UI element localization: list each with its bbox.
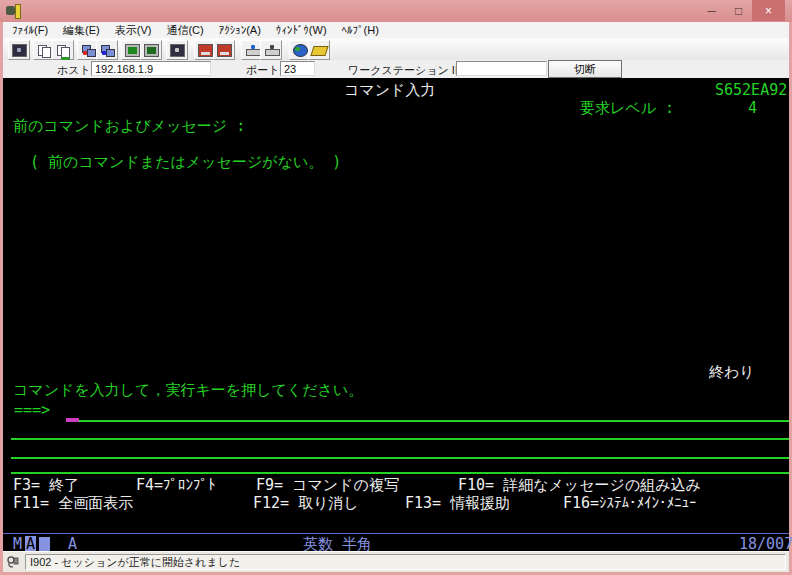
fkey-f11: F11= 全画面表示 — [13, 495, 133, 512]
menu-communication[interactable]: 通信(C) — [166, 23, 203, 38]
edit-settings-button[interactable] — [308, 40, 330, 60]
keyboard-setup-icon — [265, 45, 278, 56]
host-input[interactable] — [91, 61, 211, 76]
fkey-f4: F4=ﾌﾟﾛﾝﾌﾟﾄ — [136, 477, 216, 494]
oia-separator — [3, 533, 789, 534]
toolbar — [3, 38, 789, 61]
port-input[interactable] — [280, 61, 315, 76]
status-message: I902 - セッションが正常に開始されました — [30, 555, 240, 570]
status-message-field: I902 - セッションが正常に開始されました — [25, 554, 786, 570]
fkey-f3: F3= 終了 — [13, 477, 79, 494]
color-setup-button[interactable] — [140, 40, 162, 60]
play-macro-icon — [170, 44, 185, 57]
fkey-f12: F12= 取り消し — [253, 495, 359, 512]
port-label: ポート: — [246, 63, 283, 78]
menu-file[interactable]: ﾌｧｲﾙ(F) — [12, 24, 48, 36]
fkey-f13: F13= 情報援助 — [405, 495, 510, 512]
command-input-line-3[interactable] — [11, 457, 789, 459]
instruction-text: コマンドを入力して，実行キーを押してください。 — [13, 382, 363, 399]
send-file-icon — [82, 45, 95, 56]
status-bar: I902 - セッションが正常に開始されました — [3, 551, 789, 572]
command-arrow: ===> — [14, 402, 50, 419]
menu-view[interactable]: 表示(V) — [115, 23, 152, 38]
menu-actions[interactable]: ｱｸｼｮﾝ(A) — [219, 24, 261, 36]
close-button[interactable]: × — [752, 0, 785, 21]
fkey-f16: F16=ｼｽﾃﾑ･ﾒｲﾝ･ﾒﾆｭｰ — [563, 495, 697, 512]
eraser-icon — [310, 46, 328, 56]
menu-bar: ﾌｧｲﾙ(F) 編集(E) 表示(V) 通信(C) ｱｸｼｮﾝ(A) ｳｨﾝﾄﾞ… — [3, 22, 789, 38]
minimize-button[interactable]: ─ — [698, 0, 725, 21]
stop-macro-icon — [217, 44, 232, 57]
workstation-id-input[interactable] — [456, 61, 547, 76]
receive-file-button[interactable] — [96, 40, 118, 60]
globe-icon — [293, 44, 308, 57]
terminal-screen[interactable]: コマンド入力 S652EA92 要求レベル : 4 前のコマンドおよびメッセージ… — [3, 78, 789, 552]
menu-edit[interactable]: 編集(E) — [63, 23, 100, 38]
session-window-icon — [6, 4, 21, 17]
paste-button[interactable] — [52, 40, 74, 60]
color-setup-icon — [144, 44, 159, 57]
session-bar: ホスト: ポート: ワークステーション ID: 切断 — [3, 60, 789, 78]
display-setup-icon — [125, 44, 140, 57]
session-status-icon — [6, 555, 20, 569]
disconnect-button[interactable]: 切断 — [548, 60, 622, 78]
command-input-line-2[interactable] — [11, 438, 789, 440]
keyboard-setup-button[interactable] — [260, 40, 282, 60]
menu-window[interactable]: ｳｨﾝﾄﾞｳ(W) — [276, 24, 327, 36]
play-macro-button[interactable] — [166, 40, 188, 60]
title-bar[interactable]: ─ □ × — [0, 0, 792, 22]
fkey-f10: F10= 詳細なメッセージの組み込み — [458, 477, 701, 494]
screen-title: コマンド入力 — [344, 82, 435, 99]
fkey-f9: F9= コマンドの複写 — [256, 477, 399, 494]
emulator-window: ─ □ × ﾌｧｲﾙ(F) 編集(E) 表示(V) 通信(C) ｱｸｼｮﾝ(A)… — [0, 0, 792, 575]
end-of-list-marker: 終わり — [709, 364, 755, 381]
keyboard-map-icon — [246, 45, 259, 56]
record-macro-icon — [198, 44, 213, 57]
receive-file-icon — [101, 45, 114, 56]
host-label: ホスト: — [57, 63, 94, 78]
workstation-id-label: ワークステーション ID: — [348, 63, 466, 78]
request-level-label: 要求レベル : — [580, 100, 674, 117]
system-name: S652EA92 — [715, 82, 787, 99]
stop-macro-button[interactable] — [213, 40, 235, 60]
text-cursor — [66, 418, 79, 422]
blank-screen-icon — [12, 44, 27, 57]
maximize-button[interactable]: □ — [725, 0, 752, 21]
command-input-line-4[interactable] — [11, 472, 789, 474]
oia-input-inhibit-block — [39, 537, 50, 551]
copy-icon — [38, 45, 51, 56]
no-previous-message-text: ( 前のコマンドまたはメッセージがない。 ) — [30, 154, 341, 171]
paste-icon — [57, 45, 70, 56]
menu-help[interactable]: ﾍﾙﾌﾟ(H) — [342, 24, 379, 36]
blank-screen-button[interactable] — [8, 40, 30, 60]
previous-messages-label: 前のコマンドおよびメッセージ : — [13, 118, 245, 135]
command-input-line-1[interactable] — [66, 420, 789, 422]
request-level-value: 4 — [748, 100, 757, 117]
